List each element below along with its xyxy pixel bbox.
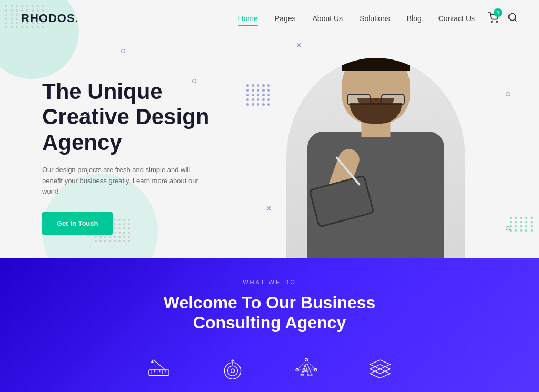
svg-line-12 [152,360,154,361]
hero-description: Our design projects are fresh and simple… [42,165,200,197]
target-icon [217,354,248,386]
svg-point-1 [496,21,497,22]
deco-sm-circle-3 [506,92,510,96]
search-icon [507,12,518,23]
typography-icon: A [291,354,322,386]
nav-item-contact[interactable]: Contact Us [438,14,475,23]
svg-point-15 [227,366,237,376]
nav-item-solutions[interactable]: Solutions [360,14,390,23]
design-icon [143,354,175,386]
deco-sm-circle-1 [121,49,125,53]
svg-line-11 [154,360,165,369]
cart-button[interactable]: 0 [487,12,499,25]
dot-grid-far-right: for(let i=0;i<20;i++) document.write('<d… [510,217,534,232]
svg-point-16 [231,369,235,373]
nav-icons: 0 [487,12,518,25]
blue-section: WHAT WE DO Welcome To Our BusinessConsul… [0,258,539,392]
svg-point-2 [509,14,516,21]
search-button[interactable] [507,12,518,25]
hero-title: The Unique Creative Design Agency [42,79,253,155]
nav-item-home[interactable]: Home [238,14,257,23]
nav-item-pages[interactable]: Pages [275,14,296,23]
hero-section: for(let i=0;i<48;i++) document.write('<d… [0,0,539,258]
service-strategy [217,354,248,386]
hero-content: The Unique Creative Design Agency Our de… [42,79,253,235]
cart-badge: 0 [494,8,502,17]
nav-item-about[interactable]: About Us [313,14,343,23]
svg-point-0 [491,21,492,22]
section-title: Welcome To Our BusinessConsulting Agency [164,293,375,333]
hero-cta-button[interactable]: Get In Touch [42,212,113,235]
nav-item-blog[interactable]: Blog [407,14,422,23]
service-design [143,354,175,386]
hero-image [265,16,486,258]
main-nav: Home Pages About Us Solutions Blog Conta… [238,14,475,23]
section-eyebrow: WHAT WE DO [243,279,296,285]
layers-icon [364,354,396,386]
services-row: A [143,354,396,386]
svg-marker-13 [151,361,153,363]
logo: RHODOS. [21,12,79,25]
header: RHODOS. Home Pages About Us Solutions Bl… [0,0,539,37]
service-typography: A [291,354,322,386]
service-layers [364,354,396,386]
svg-line-3 [515,19,517,22]
